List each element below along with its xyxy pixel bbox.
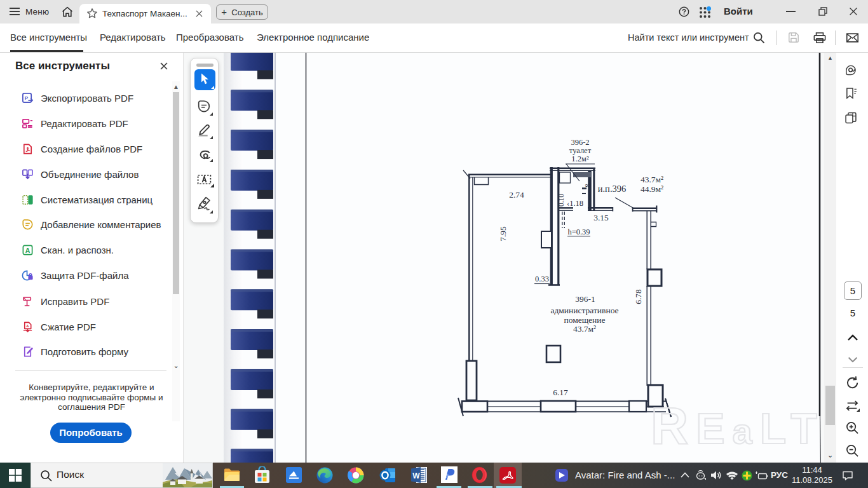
svg-text:3.15: 3.15 <box>593 213 609 222</box>
svg-text:‹1.18: ‹1.18 <box>567 199 583 208</box>
svg-text:помещение: помещение <box>564 315 605 325</box>
svg-text:A: A <box>25 247 31 254</box>
svg-text:0.33: 0.33 <box>535 274 549 283</box>
svg-text:административное: административное <box>550 306 618 315</box>
svg-text:43.7м²: 43.7м² <box>573 324 596 334</box>
svg-text:8: 8 <box>584 184 590 187</box>
svg-text:6.78: 6.78 <box>634 289 643 304</box>
svg-text:7.95: 7.95 <box>498 226 508 241</box>
svg-text:1.2м²: 1.2м² <box>571 154 589 163</box>
svg-text:44.9м²: 44.9м² <box>641 184 663 194</box>
svg-text:h=0.39: h=0.39 <box>567 227 590 236</box>
svg-text:W: W <box>412 471 420 480</box>
svg-text:туалет: туалет <box>569 146 592 155</box>
svg-text:2.74: 2.74 <box>509 190 524 200</box>
svg-text:и.п.396: и.п.396 <box>598 184 627 194</box>
svg-text:P: P <box>25 95 29 101</box>
svg-text:43.7м²: 43.7м² <box>641 175 663 184</box>
svg-text:0.10: 0.10 <box>557 194 565 207</box>
svg-text:396-1: 396-1 <box>575 294 595 304</box>
svg-text:A: A <box>26 323 29 328</box>
svg-text:6.17: 6.17 <box>553 388 568 397</box>
